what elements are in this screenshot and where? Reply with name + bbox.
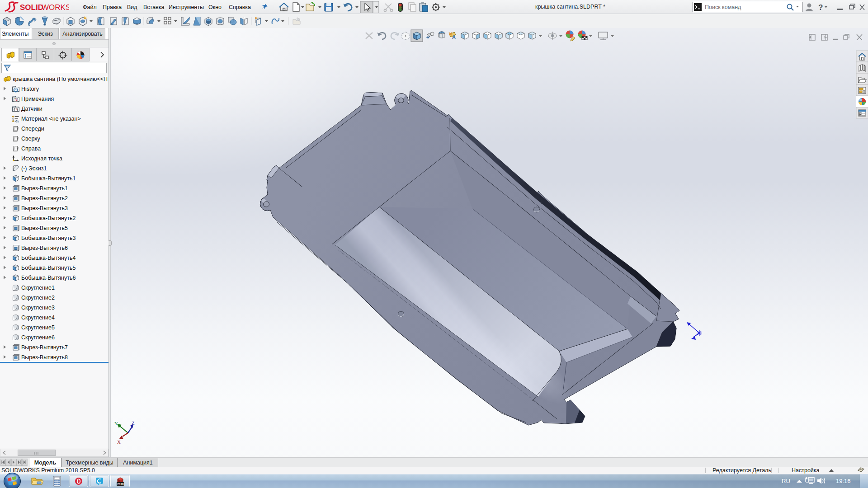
svg-text:A: A (452, 34, 456, 40)
svg-text:SOLID: SOLID (20, 3, 43, 12)
svg-text:2018: 2018 (117, 483, 124, 486)
svg-text:?: ? (818, 3, 823, 12)
svg-text:Y: Y (114, 421, 118, 426)
svg-text:WORKS: WORKS (42, 3, 69, 12)
svg-text:X: X (117, 439, 121, 445)
svg-text:Z: Z (132, 420, 135, 426)
